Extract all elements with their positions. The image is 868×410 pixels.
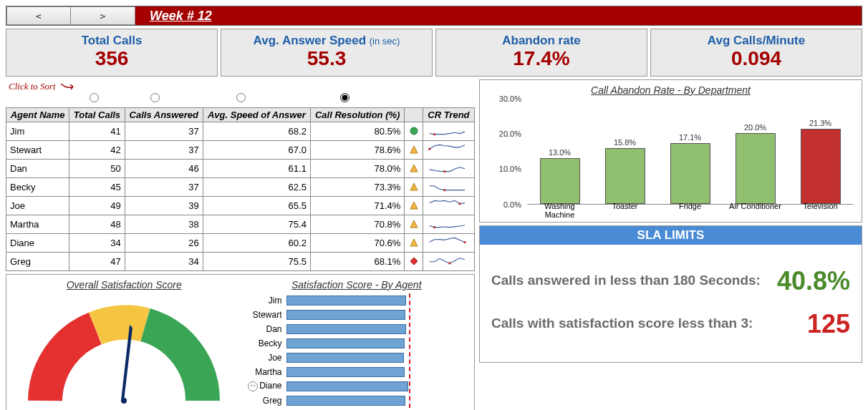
table-row: Joe493965.571.4% [6, 196, 475, 215]
sort-hint: Click to Sort [6, 79, 475, 92]
kpi-total-calls: Total Calls 356 [6, 29, 218, 77]
agent-name: Dan [6, 159, 69, 177]
satisfaction-bar [286, 353, 404, 363]
satisfaction-gauge [24, 293, 224, 408]
svg-marker-14 [410, 258, 418, 265]
status-icon [405, 252, 423, 270]
agent-avg-speed: 75.5 [203, 252, 310, 270]
sort-radio-call-resolution[interactable] [340, 93, 349, 102]
svg-point-5 [444, 170, 446, 172]
agent-total-calls: 47 [69, 252, 125, 270]
svg-marker-8 [410, 202, 418, 209]
satisfaction-bar-row: Stewart [243, 308, 466, 322]
status-icon [405, 159, 423, 177]
satisfaction-bar-row: Joe [243, 351, 466, 365]
table-row: Jim413768.280.5% [6, 122, 475, 140]
svg-marker-4 [410, 165, 418, 172]
svg-point-0 [410, 127, 418, 135]
x-category: Fridge [662, 202, 719, 219]
agent-avg-speed: 75.4 [203, 215, 310, 233]
agent-call-resolution: 78.0% [310, 159, 405, 177]
agent-avg-speed: 68.2 [203, 122, 310, 140]
satisfaction-bar [286, 396, 405, 406]
bar-value-label: 17.1% [679, 133, 701, 142]
table-header: Avg. Speed of Answer [203, 107, 310, 122]
svg-point-1 [434, 133, 436, 135]
sort-radio-avg-speed[interactable] [236, 93, 246, 102]
bar-column: 15.8% [604, 138, 647, 204]
kpi-title: Total Calls [6, 34, 217, 48]
agent-label: Stewart [243, 310, 286, 320]
bar-column: 13.0% [539, 148, 582, 204]
cr-trend-sparkline [423, 122, 474, 140]
sort-radio-calls-answered[interactable] [150, 93, 160, 102]
agent-call-resolution: 70.6% [310, 233, 405, 252]
agent-avg-speed: 60.2 [203, 233, 310, 252]
agent-call-resolution: 71.4% [310, 196, 405, 215]
kpi-value: 0.094 [651, 48, 862, 70]
cr-trend-sparkline [423, 233, 474, 252]
agent-label: Martha [243, 367, 286, 377]
next-week-button[interactable]: > [71, 6, 135, 25]
status-icon [405, 122, 423, 140]
agent-total-calls: 50 [69, 159, 125, 177]
sla-panel: SLA LIMITS Calls answered in less than 1… [479, 225, 862, 363]
agent-label: Diane [243, 381, 286, 391]
agent-calls-answered: 39 [125, 196, 203, 215]
agent-label: Greg [243, 396, 286, 406]
satisfaction-bar-row: Becky [243, 336, 466, 351]
y-tick: 20.0% [486, 130, 521, 138]
kpi-calls-per-minute: Avg Calls/Minute 0.094 [650, 29, 862, 77]
kpi-title: Avg Calls/Minute [651, 34, 862, 48]
kpi-title: Avg. Answer Speed (in sec) [221, 34, 432, 48]
satisfaction-panel: Overall Satisfaction Score [6, 274, 475, 410]
agent-calls-answered: 37 [125, 122, 203, 140]
status-icon [405, 215, 423, 233]
bar-rect [670, 143, 710, 203]
kpi-title: Abandon rate [436, 34, 647, 48]
agent-name: Jim [6, 122, 69, 140]
abandon-chart-title: Call Abandon Rate - By Department [486, 84, 856, 96]
svg-point-15 [449, 262, 451, 264]
bar-value-label: 20.0% [744, 123, 766, 132]
agent-calls-answered: 37 [125, 140, 203, 159]
agent-calls-answered: 38 [125, 215, 203, 233]
sla-calls-180-label: Calls answered in less than 180 Seconds: [491, 273, 768, 289]
y-tick: 10.0% [486, 165, 521, 173]
table-header: Agent Name [6, 107, 69, 122]
svg-point-17 [121, 398, 127, 404]
table-header: Call Resolution (%) [310, 107, 405, 122]
sort-radio-total-calls[interactable] [90, 93, 99, 102]
svg-marker-6 [410, 183, 418, 190]
cr-trend-sparkline [423, 196, 474, 215]
svg-marker-2 [410, 146, 418, 153]
agent-label: Jim [243, 296, 286, 306]
table-row: Stewart423767.078.6% [6, 140, 475, 159]
bar-value-label: 21.3% [809, 119, 831, 127]
x-category: Toaster [597, 202, 654, 219]
kpi-value: 356 [6, 48, 217, 70]
table-row: Becky453762.573.3% [6, 177, 475, 196]
agent-label: Becky [243, 338, 286, 348]
satisfaction-bar-row: Jim [243, 293, 466, 308]
bar-value-label: 15.8% [614, 138, 636, 147]
svg-point-9 [459, 202, 461, 205]
agent-name: Stewart [6, 140, 69, 159]
agent-total-calls: 41 [69, 122, 125, 140]
table-header: Total Calls [69, 107, 125, 122]
week-nav-bar: < > Week # 12 [6, 6, 862, 26]
agent-call-resolution: 73.3% [310, 177, 405, 196]
agent-name: Becky [6, 177, 69, 196]
status-icon [405, 140, 423, 159]
x-category: Washing Machine [531, 202, 589, 219]
bar-column: 17.1% [669, 133, 712, 203]
satisfaction-bar [286, 296, 407, 306]
agent-avg-speed: 62.5 [203, 177, 310, 196]
table-header: Calls Answered [125, 107, 203, 122]
abandon-rate-chart: Call Abandon Rate - By Department 13.0%1… [479, 79, 862, 223]
agent-avg-speed: 61.1 [203, 159, 310, 177]
prev-week-button[interactable]: < [6, 6, 71, 25]
table-row: Greg473475.568.1% [6, 252, 475, 270]
agent-avg-speed: 67.0 [203, 140, 310, 159]
y-tick: 30.0% [486, 94, 521, 103]
